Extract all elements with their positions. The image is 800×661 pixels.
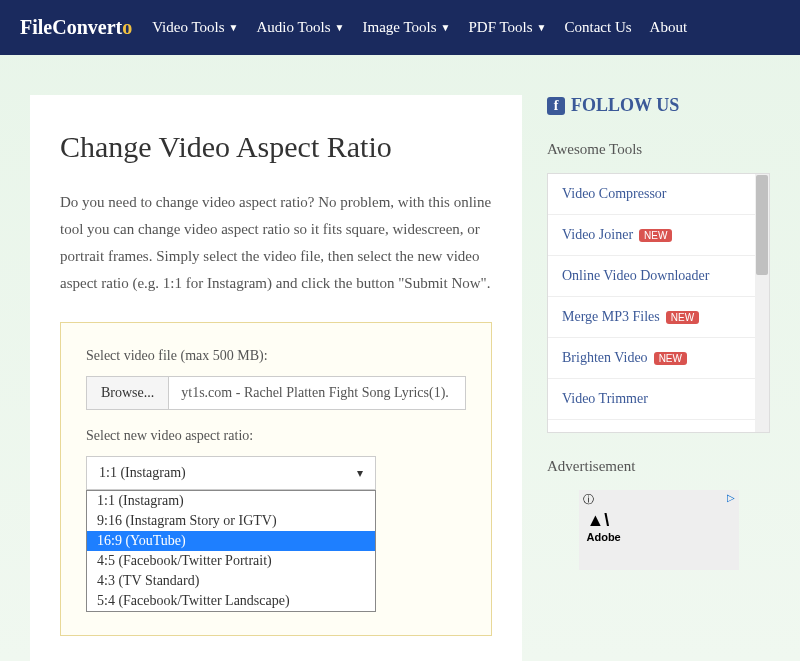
file-input-row: Browse... yt1s.com - Rachel Platten Figh… — [86, 376, 466, 410]
ratio-label: Select new video aspect ratio: — [86, 428, 466, 444]
nav-item-about[interactable]: About — [650, 19, 688, 36]
ad-choices-icon: ▷ — [727, 492, 735, 503]
ad-info-icon: ⓘ — [583, 492, 594, 507]
ratio-option[interactable]: 9:16 (Instagram Story or IGTV) — [87, 511, 375, 531]
tool-name: Video Joiner — [562, 227, 633, 243]
brand-text: FileConvert — [20, 16, 122, 38]
nav-item-image-tools[interactable]: Image Tools▼ — [362, 19, 450, 36]
main-panel: Change Video Aspect Ratio Do you need to… — [30, 95, 522, 661]
chevron-down-icon: ▼ — [335, 22, 345, 33]
ratio-select-value: 1:1 (Instagram) — [99, 465, 186, 481]
ratio-option[interactable]: 1:1 (Instagram) — [87, 491, 375, 511]
tool-item[interactable]: Video Compressor — [548, 174, 769, 215]
nav-item-video-tools[interactable]: Video Tools▼ — [152, 19, 238, 36]
tools-list: Video CompressorVideo JoinerNEWOnline Vi… — [548, 174, 769, 420]
scrollbar-track[interactable] — [755, 174, 769, 432]
brand-accent: o — [122, 16, 132, 38]
file-name-display: yt1s.com - Rachel Platten Fight Song Lyr… — [169, 377, 465, 409]
adobe-ad: ▲\ Adobe — [587, 510, 731, 543]
intro-text: Do you need to change video aspect ratio… — [60, 189, 492, 297]
ratio-select-wrap: 1:1 (Instagram) ▾ 1:1 (Instagram)9:16 (I… — [86, 456, 376, 490]
nav-item-contact-us[interactable]: Contact Us — [564, 19, 631, 36]
tool-name: Video Compressor — [562, 186, 667, 202]
chevron-down-icon: ▼ — [537, 22, 547, 33]
tool-item[interactable]: Brighten VideoNEW — [548, 338, 769, 379]
chevron-down-icon: ▼ — [441, 22, 451, 33]
nav-item-pdf-tools[interactable]: PDF Tools▼ — [468, 19, 546, 36]
tool-name: Brighten Video — [562, 350, 648, 366]
chevron-down-icon: ▼ — [229, 22, 239, 33]
brand-logo[interactable]: FileConverto — [20, 16, 132, 39]
new-badge: NEW — [666, 311, 699, 324]
ad-label: Advertisement — [547, 458, 770, 475]
tools-box: Video CompressorVideo JoinerNEWOnline Vi… — [547, 173, 770, 433]
nav-items: Video Tools▼Audio Tools▼Image Tools▼PDF … — [152, 19, 687, 36]
ratio-option[interactable]: 4:3 (TV Standard) — [87, 571, 375, 591]
sidebar: f FOLLOW US Awesome Tools Video Compress… — [547, 95, 770, 661]
scrollbar-thumb[interactable] — [756, 175, 768, 275]
navbar: FileConverto Video Tools▼Audio Tools▼Ima… — [0, 0, 800, 55]
tool-name: Merge MP3 Files — [562, 309, 660, 325]
form-box: Select video file (max 500 MB): Browse..… — [60, 322, 492, 636]
container: Change Video Aspect Ratio Do you need to… — [0, 55, 800, 661]
new-badge: NEW — [639, 229, 672, 242]
tool-name: Online Video Downloader — [562, 268, 709, 284]
tool-item[interactable]: Video Trimmer — [548, 379, 769, 420]
follow-label: FOLLOW US — [571, 95, 679, 116]
ad-section: Advertisement ⓘ ▷ ▲\ Adobe — [547, 458, 770, 570]
tools-label: Awesome Tools — [547, 141, 770, 158]
ratio-option[interactable]: 4:5 (Facebook/Twitter Portrait) — [87, 551, 375, 571]
tool-item[interactable]: Online Video Downloader — [548, 256, 769, 297]
page-title: Change Video Aspect Ratio — [60, 130, 492, 164]
follow-link[interactable]: f FOLLOW US — [547, 95, 770, 116]
file-label: Select video file (max 500 MB): — [86, 348, 466, 364]
browse-button[interactable]: Browse... — [87, 377, 169, 409]
facebook-icon: f — [547, 97, 565, 115]
ratio-option[interactable]: 16:9 (YouTube) — [87, 531, 375, 551]
adobe-logo-icon: ▲\ — [587, 510, 731, 531]
chevron-updown-icon: ▾ — [357, 466, 363, 481]
tool-item[interactable]: Merge MP3 FilesNEW — [548, 297, 769, 338]
tool-name: Video Trimmer — [562, 391, 648, 407]
tool-item[interactable]: Video JoinerNEW — [548, 215, 769, 256]
ad-box[interactable]: ⓘ ▷ ▲\ Adobe — [579, 490, 739, 570]
ratio-option[interactable]: 5:4 (Facebook/Twitter Landscape) — [87, 591, 375, 611]
adobe-text: Adobe — [587, 531, 731, 543]
ratio-dropdown: 1:1 (Instagram)9:16 (Instagram Story or … — [86, 490, 376, 612]
nav-item-audio-tools[interactable]: Audio Tools▼ — [256, 19, 344, 36]
ratio-select[interactable]: 1:1 (Instagram) ▾ — [86, 456, 376, 490]
new-badge: NEW — [654, 352, 687, 365]
